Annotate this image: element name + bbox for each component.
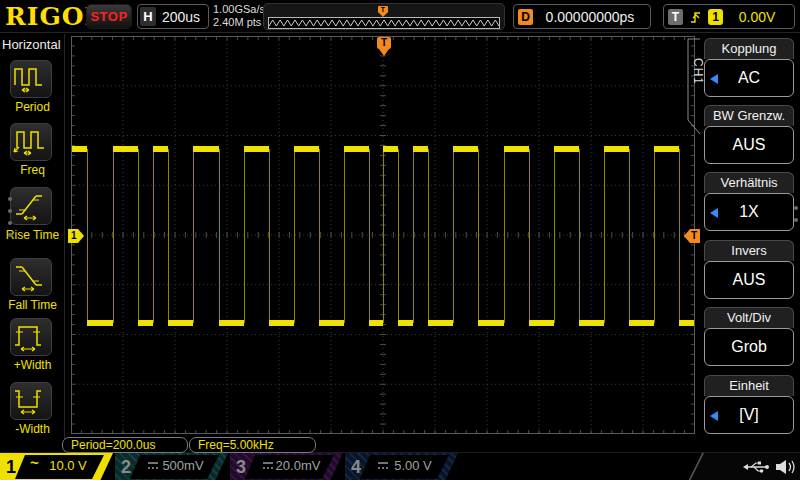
freq-label: Freq xyxy=(0,163,65,177)
memory-depth: 2.40M pts xyxy=(213,16,265,29)
peripheral-status xyxy=(688,453,800,480)
channel-status-bar: 1 ~ 10.0 V 2 500mV 3 20.0mV 4 xyxy=(0,452,800,480)
channel3-status[interactable]: 3 20.0mV xyxy=(230,453,343,480)
sample-rate: 1.00GSa/s xyxy=(213,3,265,16)
rise-time-icon xyxy=(11,188,51,224)
channel1-status[interactable]: 1 ~ 10.0 V xyxy=(0,453,113,480)
neg-width-label: -Width xyxy=(0,422,65,436)
channel-menu-panel: CH1 Kopplung AC BW Grenzw. AUS Verhältni… xyxy=(700,34,800,452)
menu-arrow-icon xyxy=(710,411,718,421)
channel1-scale: 10.0 V xyxy=(38,458,98,473)
horizontal-timebase-box[interactable]: H 200us xyxy=(137,4,209,29)
channel3-scale: 20.0mV xyxy=(268,458,328,473)
top-status-bar: RIGOL STOP H 200us 1.00GSa/s 2.40M pts T… xyxy=(0,0,800,33)
channel4-number: 4 xyxy=(351,455,361,479)
period-icon xyxy=(11,61,51,97)
pos-width-button[interactable] xyxy=(10,318,52,356)
measurement-freq: Freq=5.00kHz xyxy=(189,437,316,453)
fall-time-label: Fall Time xyxy=(0,298,65,312)
waveform-preview-strip[interactable]: T xyxy=(263,3,505,30)
menu-page-dot xyxy=(794,218,798,222)
menu-tab-outline xyxy=(686,38,700,138)
menu-page-dot xyxy=(794,206,798,210)
period-label: Period xyxy=(0,100,65,114)
sidebar-title: Horizontal xyxy=(2,37,61,52)
channel2-number: 2 xyxy=(121,455,131,479)
graticule-waveform-display xyxy=(71,36,695,434)
sidebar-page-dot xyxy=(8,233,12,237)
sidebar-page-dot xyxy=(8,221,12,225)
trigger-source-badge: 1 xyxy=(708,9,723,25)
measure-sidebar: Horizontal Period Freq Rise Time xyxy=(0,34,65,452)
menu-arrow-icon xyxy=(710,74,718,84)
sidebar-page-dot xyxy=(8,209,12,213)
neg-width-icon xyxy=(11,383,51,419)
pos-width-icon xyxy=(11,319,51,355)
freq-icon xyxy=(11,124,51,160)
freq-button[interactable] xyxy=(10,123,52,161)
channel4-status[interactable]: 4 5.00 V xyxy=(345,453,458,480)
trigger-level-value: 0.00V xyxy=(726,7,788,27)
period-button[interactable] xyxy=(10,60,52,98)
trigger-label: T xyxy=(668,9,683,25)
delay-value: 0.00000000ps xyxy=(534,7,646,27)
measurement-period: Period=200.0us xyxy=(62,437,188,453)
fall-time-button[interactable] xyxy=(10,258,52,296)
sidebar-page-dot xyxy=(8,197,12,201)
menu-item-kopplung[interactable]: Kopplung AC xyxy=(704,38,794,97)
menu-item-einheit[interactable]: Einheit [V] xyxy=(704,375,794,434)
preview-trigger-pin-icon[interactable]: T xyxy=(378,6,388,17)
channel2-scale: 500mV xyxy=(153,458,213,473)
usb-icon xyxy=(742,459,770,475)
rise-time-button[interactable] xyxy=(10,187,52,225)
trigger-status-box[interactable]: T 1 0.00V xyxy=(663,4,795,29)
acquisition-info: 1.00GSa/s 2.40M pts xyxy=(213,3,265,29)
delay-offset-box[interactable]: D 0.00000000ps xyxy=(513,4,651,29)
oscilloscope-screen: RIGOL STOP H 200us 1.00GSa/s 2.40M pts T… xyxy=(0,0,800,480)
delay-icon: D xyxy=(518,9,533,25)
menu-arrow-icon xyxy=(710,208,718,218)
channel3-number: 3 xyxy=(236,455,246,479)
speaker-icon xyxy=(774,458,796,476)
fall-time-icon xyxy=(11,259,51,295)
preview-window xyxy=(268,17,500,29)
neg-width-button[interactable] xyxy=(10,382,52,420)
menu-item-volt-div[interactable]: Volt/Div Grob xyxy=(704,307,794,366)
h-label: H xyxy=(140,7,156,26)
channel1-number: 1 xyxy=(6,455,16,479)
channel4-scale: 5.00 V xyxy=(383,458,443,473)
pos-width-label: +Width xyxy=(0,358,65,372)
menu-item-verhaeltnis[interactable]: Verhältnis 1X xyxy=(704,172,794,231)
menu-item-invers[interactable]: Invers AUS xyxy=(704,240,794,299)
menu-item-bw-grenzw[interactable]: BW Grenzw. AUS xyxy=(704,105,794,164)
rising-edge-icon xyxy=(688,9,704,25)
run-stop-status[interactable]: STOP xyxy=(86,4,132,29)
trigger-position-marker[interactable]: T xyxy=(377,37,391,56)
preview-zigzag-wave xyxy=(269,20,499,26)
timebase-value: 200us xyxy=(156,7,206,27)
channel2-status[interactable]: 2 500mV xyxy=(115,453,228,480)
